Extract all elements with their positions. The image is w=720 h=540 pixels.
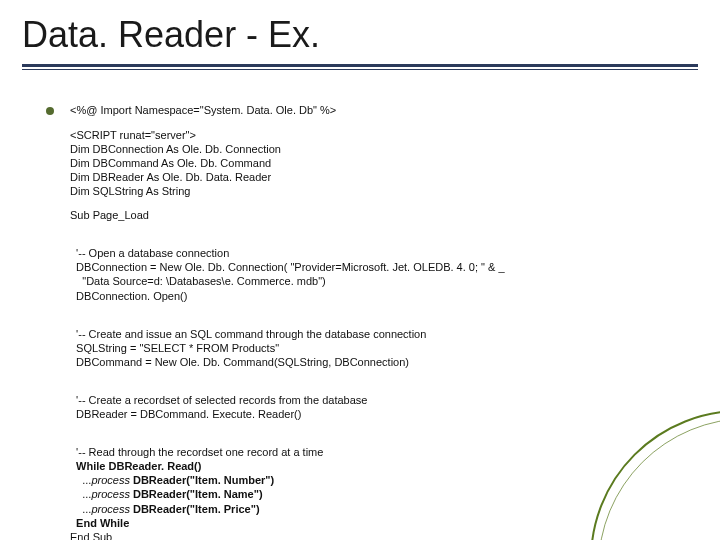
reader-call: DBReader("Item. Name") <box>133 488 263 500</box>
bullet-1-text: <%@ Import Namespace="System. Data. Ole.… <box>70 104 336 118</box>
reader-call: DBReader("Item. Number") <box>133 474 274 486</box>
code-line: '-- Create a recordset of selected recor… <box>70 394 367 406</box>
title-rule-thick <box>22 64 698 67</box>
spacer <box>46 198 660 208</box>
spacer <box>46 421 660 431</box>
code-line: DBReader = DBCommand. Execute. Reader() <box>70 408 301 420</box>
spacer <box>46 222 660 232</box>
ellipsis: ... <box>70 503 91 515</box>
code-process-1: ...process DBReader("Item. Number") <box>70 474 274 486</box>
code-while: While DBReader. Read() <box>70 460 201 472</box>
code-process-3: ...process DBReader("Item. Price") <box>70 503 260 515</box>
code-block-3: '-- Open a database connection DBConnect… <box>70 232 660 302</box>
code-block-5: '-- Create a recordset of selected recor… <box>70 379 660 421</box>
spacer <box>46 369 660 379</box>
process-word: process <box>91 488 133 500</box>
code-line: DBConnection. Open() <box>70 290 187 302</box>
code-block-4: '-- Create and issue an SQL command thro… <box>70 313 660 369</box>
code-line: "Data Source=d: \Databases\e. Commerce. … <box>70 275 326 287</box>
code-line: '-- Open a database connection <box>70 247 229 259</box>
bullet-1: <%@ Import Namespace="System. Data. Ole.… <box>46 104 660 118</box>
spacer <box>46 303 660 313</box>
code-line: DBCommand = New Ole. Db. Command(SQLStri… <box>70 356 409 368</box>
process-word: process <box>91 474 133 486</box>
code-line: SQLString = "SELECT * FROM Products" <box>70 342 279 354</box>
reader-call: DBReader("Item. Price") <box>133 503 260 515</box>
slide-title: Data. Reader - Ex. <box>22 14 698 56</box>
code-line: '-- Read through the recordset one recor… <box>70 446 323 458</box>
code-line: DBConnection = New Ole. Db. Connection( … <box>70 261 505 273</box>
code-block-2: Sub Page_Load <box>70 208 660 222</box>
process-word: process <box>91 503 133 515</box>
code-block-6: '-- Read through the recordset one recor… <box>70 431 660 530</box>
slide: Data. Reader - Ex. <%@ Import Namespace=… <box>0 0 720 540</box>
title-rule-thin <box>22 69 698 70</box>
code-block-7: End Sub <box>70 530 660 540</box>
title-area: Data. Reader - Ex. <box>22 14 698 70</box>
ellipsis: ... <box>70 474 91 486</box>
code-block-1: <SCRIPT runat="server"> Dim DBConnection… <box>70 128 660 198</box>
slide-body: <%@ Import Namespace="System. Data. Ole.… <box>46 104 660 540</box>
bullet-icon <box>46 107 54 115</box>
code-endwhile: End While <box>70 517 129 529</box>
ellipsis: ... <box>70 488 91 500</box>
code-line: '-- Create and issue an SQL command thro… <box>70 328 426 340</box>
code-process-2: ...process DBReader("Item. Name") <box>70 488 263 500</box>
